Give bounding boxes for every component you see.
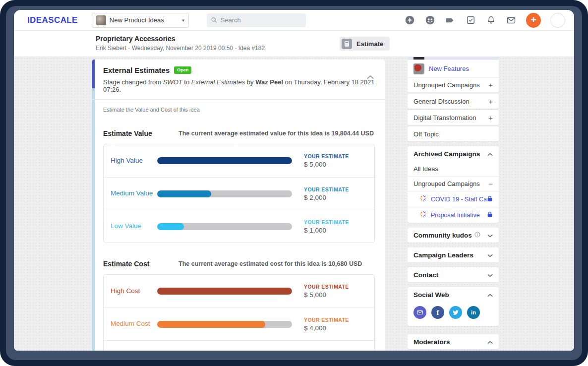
campaign-group-general-discussion[interactable]: General Discussion + [408, 94, 499, 109]
status-badge: Open [174, 66, 191, 74]
twitter-icon[interactable] [449, 306, 462, 319]
your-estimate-label: YOUR ESTIMATE [304, 284, 367, 290]
right-sidebar: New Features Ungrouped Campaigns + Gener… [408, 57, 499, 349]
row-label: Medium Cost [111, 319, 157, 329]
estimate-value-group: High Value YOUR ESTIMATE$ 5,000 Medium V… [103, 144, 375, 243]
section-title: Contact [413, 271, 438, 279]
archived-ungrouped-group[interactable]: Ungrouped Campaigns − [408, 176, 499, 191]
estimate-button-label: Estimate [356, 40, 383, 48]
estimate-amount: $ 2,000 [304, 194, 367, 201]
your-estimate-label: YOUR ESTIMATE [304, 219, 367, 225]
facebook-icon[interactable]: f [431, 306, 444, 319]
section-title: Moderators [413, 338, 450, 346]
estimate-bar-fill [157, 321, 265, 328]
content-column: External Estimates Open Stage changed fr… [92, 60, 385, 351]
your-estimate-label: YOUR ESTIMATE [304, 186, 367, 192]
social-web-header[interactable]: Social Web [408, 287, 499, 302]
estimate-row-low-value: Low Value YOUR ESTIMATE$ 1,000 [104, 210, 374, 243]
estimate-slider-track[interactable] [157, 190, 292, 197]
explore-compass-icon[interactable] [404, 15, 415, 26]
collapse-minus-icon[interactable]: − [488, 180, 493, 188]
estimate-cost-heading: Estimate Cost [103, 260, 178, 268]
section-title: Archived Campaigns [413, 150, 480, 158]
search-input[interactable] [221, 16, 301, 24]
stage-card-header: External Estimates Open Stage changed fr… [92, 60, 385, 100]
chevron-up-icon [487, 149, 493, 158]
estimate-amount: $ 4,000 [304, 324, 367, 332]
expand-plus-icon[interactable]: + [488, 97, 493, 106]
ideascale-logo[interactable]: IDEASCALE [27, 15, 78, 25]
add-idea-button[interactable]: + [526, 13, 541, 28]
idea-title: Proprietary Accessories [96, 35, 176, 43]
campaign-leaders-header[interactable]: Campaign Leaders [408, 247, 499, 262]
estimate-amount: $ 5,000 [304, 291, 367, 299]
archived-campaign-covid19[interactable]: COVID 19 - Staff Ca... [408, 191, 499, 207]
section-title: Community kudos [413, 232, 472, 239]
estimate-slider-track[interactable] [157, 223, 292, 230]
community-members-icon[interactable] [424, 15, 435, 26]
group-label: Ungrouped Campaigns [413, 81, 480, 89]
estimate-value-heading: Estimate Value [103, 129, 178, 137]
row-label: Medium Value [111, 188, 157, 198]
expand-plus-icon[interactable]: + [488, 81, 493, 89]
campaign-link: Proposal Initiative [431, 212, 487, 219]
user-avatar[interactable] [550, 13, 565, 28]
stage-description: Estimate the Value and Cost of this idea [92, 100, 385, 113]
estimate-slider-track[interactable] [157, 321, 292, 328]
community-thumbnail [96, 15, 106, 25]
estimate-bar-fill [157, 157, 292, 164]
archived-all-ideas[interactable]: All Ideas [408, 161, 499, 176]
estimate-value-heading-row: Estimate Value The current average estim… [92, 113, 385, 137]
contact-header[interactable]: Contact [408, 267, 499, 282]
archived-campaign-proposal-initiative[interactable]: Proposal Initiative [408, 207, 499, 223]
stage-title: External Estimates [103, 66, 170, 74]
estimate-slider-track[interactable] [157, 157, 292, 164]
external-estimates-card: External Estimates Open Stage changed fr… [92, 60, 385, 351]
community-selector-dropdown[interactable]: New Product Ideas ▾ [92, 13, 189, 28]
search-box[interactable] [207, 13, 306, 27]
campaign-link: New Features [429, 65, 469, 72]
archived-campaigns-header[interactable]: Archived Campaigns [408, 146, 499, 161]
campaign-starburst-icon [419, 210, 427, 220]
estimate-row-low-cost: Low Cost YOUR ESTIMATE$ 2,000 [104, 340, 374, 351]
campaign-group-off-topic[interactable]: Off Topic [408, 126, 499, 141]
community-kudos-header[interactable]: Community kudos [408, 228, 499, 243]
social-icons-row: f in [408, 302, 499, 326]
collapse-chevron-up-icon[interactable] [367, 72, 374, 81]
estimate-cost-group: High Cost YOUR ESTIMATE$ 5,000 Medium Co… [103, 274, 375, 351]
notifications-bell-icon[interactable] [485, 15, 496, 26]
estimate-row-medium-cost: Medium Cost YOUR ESTIMATE$ 4,000 [104, 307, 374, 340]
group-label: General Discussion [413, 98, 470, 105]
section-title: Campaign Leaders [413, 251, 473, 259]
info-icon[interactable] [474, 231, 480, 240]
tags-icon[interactable] [445, 15, 456, 26]
estimate-button[interactable]: Estimate [340, 37, 390, 51]
estimate-slider-track[interactable] [157, 288, 292, 295]
social-web-card: Social Web f in [408, 287, 499, 326]
campaign-list-card: New Features Ungrouped Campaigns + [408, 57, 499, 92]
lock-icon [487, 195, 493, 204]
campaign-thumbnail [413, 63, 424, 74]
campaign-group-ungrouped[interactable]: Ungrouped Campaigns + [408, 77, 499, 92]
linkedin-icon[interactable]: in [467, 306, 480, 319]
campaign-item-new-features[interactable]: New Features [408, 60, 499, 77]
email-share-icon[interactable] [413, 306, 426, 319]
estimate-amount: $ 5,000 [304, 161, 367, 168]
app-window: IDEASCALE New Product Ideas ▾ [14, 10, 574, 351]
estimate-row-medium-value: Medium Value YOUR ESTIMATE$ 2,000 [104, 177, 374, 210]
campaign-group-digital-transformation[interactable]: Digital Transformation + [408, 110, 499, 125]
messages-envelope-icon[interactable] [506, 15, 517, 26]
moderators-header[interactable]: Moderators [408, 334, 499, 349]
stage-change-note: Stage changed from SWOT to External Esti… [103, 78, 375, 93]
lock-icon [487, 211, 493, 220]
estimate-bar-fill [157, 190, 211, 197]
chevron-down-icon [487, 250, 493, 259]
estimate-amount: $ 1,000 [304, 227, 367, 234]
idea-header: Proprietary Accessories Erik Siebert · W… [14, 31, 574, 57]
tasks-checkbox-icon[interactable] [465, 15, 476, 26]
expand-plus-icon[interactable]: + [488, 114, 493, 122]
main-area: External Estimates Open Stage changed fr… [14, 57, 574, 351]
your-estimate-label: YOUR ESTIMATE [304, 317, 367, 323]
community-selector-label: New Product Ideas [110, 16, 178, 24]
device-frame: IDEASCALE New Product Ideas ▾ [0, 0, 588, 366]
